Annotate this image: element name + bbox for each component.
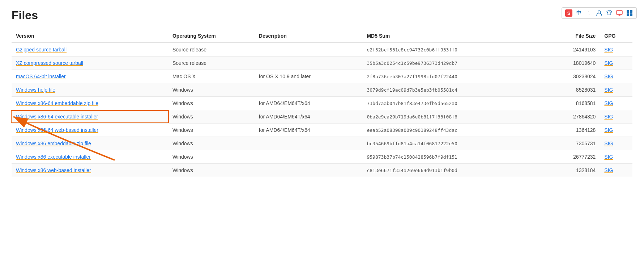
description-cell <box>255 57 363 70</box>
header-gpg: GPG <box>600 29 632 43</box>
md5-cell: 959873b37b74c1508428596b7f9df151 <box>362 150 546 164</box>
files-table: Version Operating System Description MD5… <box>12 29 632 177</box>
file-link[interactable]: Windows x86-64 executable installer <box>16 114 98 120</box>
description-cell <box>255 43 363 57</box>
chinese-icon[interactable]: 中 <box>575 9 583 17</box>
sig-link[interactable]: SIG <box>604 141 613 146</box>
table-row: Windows help fileWindows3079d9cf19ac09d7… <box>12 83 632 97</box>
description-cell <box>255 150 363 164</box>
gpg-cell: SIG <box>600 164 632 177</box>
svg-rect-3 <box>617 11 622 14</box>
table-row: Gzipped source tarballSource releasee2f5… <box>12 43 632 57</box>
file-link[interactable]: Windows help file <box>16 87 55 93</box>
file-link[interactable]: Windows x86 web-based installer <box>16 167 91 173</box>
sig-link[interactable]: SIG <box>604 154 613 160</box>
os-cell: Windows <box>168 164 255 177</box>
md5-cell: 73bd7aab047b81f83e473efb5d5652a0 <box>362 97 546 110</box>
filesize-cell: 26777232 <box>546 150 600 164</box>
description-cell <box>255 164 363 177</box>
header-os: Operating System <box>168 29 255 43</box>
sig-link[interactable]: SIG <box>604 87 613 93</box>
md5-cell: bc354669bffd81a4ca14f06817222e50 <box>362 137 546 150</box>
os-cell: Source release <box>168 43 255 57</box>
os-cell: Mac OS X <box>168 70 255 83</box>
table-row: XZ compressed source tarballSource relea… <box>12 57 632 70</box>
gpg-cell: SIG <box>600 137 632 150</box>
file-link[interactable]: Windows x86 executable installer <box>16 154 91 160</box>
os-cell: Windows <box>168 110 255 124</box>
md5-cell: eeab52a08398a009c90189248ff43dac <box>362 124 546 137</box>
gpg-cell: SIG <box>600 150 632 164</box>
md5-cell: 3079d9cf19ac09d7b3e5eb3fb05581c4 <box>362 83 546 97</box>
sogou-icon[interactable]: S <box>565 9 573 17</box>
page-title: Files <box>12 9 632 22</box>
header-md5: MD5 Sum <box>362 29 546 43</box>
table-row: Windows x86-64 web-based installerWindow… <box>12 124 632 137</box>
table-wrapper: Version Operating System Description MD5… <box>12 29 632 177</box>
filesize-cell: 8528031 <box>546 83 600 97</box>
description-cell <box>255 137 363 150</box>
shirt-icon[interactable] <box>605 9 613 17</box>
description-cell <box>255 83 363 97</box>
gpg-cell: SIG <box>600 70 632 83</box>
table-row: Windows x86 embeddable zip fileWindowsbc… <box>12 137 632 150</box>
description-cell: for OS X 10.9 and later <box>255 70 363 83</box>
os-cell: Windows <box>168 83 255 97</box>
file-link[interactable]: Gzipped source tarball <box>16 47 67 53</box>
os-cell: Windows <box>168 150 255 164</box>
gpg-cell: SIG <box>600 97 632 110</box>
filesize-cell: 27864320 <box>546 110 600 124</box>
table-row: Windows x86-64 embeddable zip fileWindow… <box>12 97 632 110</box>
user-icon[interactable] <box>595 9 603 17</box>
table-row: Windows x86 executable installerWindows9… <box>12 150 632 164</box>
file-link[interactable]: macOS 64-bit installer <box>16 74 66 79</box>
table-row: macOS 64-bit installerMac OS Xfor OS X 1… <box>12 70 632 83</box>
svg-rect-6 <box>627 13 629 16</box>
svg-rect-7 <box>630 13 632 16</box>
sig-link[interactable]: SIG <box>604 60 613 66</box>
gpg-cell: SIG <box>600 124 632 137</box>
filesize-cell: 1364128 <box>546 124 600 137</box>
header-filesize: File Size <box>546 29 600 43</box>
svg-rect-4 <box>627 10 629 13</box>
sig-link[interactable]: SIG <box>604 127 613 133</box>
filesize-cell: 18019640 <box>546 57 600 70</box>
filesize-cell: 7305731 <box>546 137 600 150</box>
md5-cell: 0ba2e9ca29b719da6e0b81f7f33f08f6 <box>362 110 546 124</box>
md5-cell: 2f8a736eeb307a27f1998cfd07f22440 <box>362 70 546 83</box>
apps-icon[interactable] <box>626 9 634 17</box>
os-cell: Windows <box>168 137 255 150</box>
sig-link[interactable]: SIG <box>604 100 613 106</box>
md5-cell: c813e6671f334a269e669d913b1f9b0d <box>362 164 546 177</box>
svg-rect-5 <box>630 10 632 13</box>
filesize-cell: 1328184 <box>546 164 600 177</box>
header-description: Description <box>255 29 363 43</box>
sig-link[interactable]: SIG <box>604 74 613 79</box>
gpg-cell: SIG <box>600 43 632 57</box>
filesize-cell: 30238024 <box>546 70 600 83</box>
description-cell: for AMD64/EM64T/x64 <box>255 110 363 124</box>
md5-cell: e2f52bcf531c8cc94732c0b6ff933ff0 <box>362 43 546 57</box>
header-version: Version <box>12 29 168 43</box>
file-link[interactable]: Windows x86-64 embeddable zip file <box>16 100 98 106</box>
toolbar-icons: S 中 °, <box>562 7 637 19</box>
page-container: S 中 °, <box>0 0 644 259</box>
table-header-row: Version Operating System Description MD5… <box>12 29 632 43</box>
sig-link[interactable]: SIG <box>604 47 613 53</box>
file-link[interactable]: XZ compressed source tarball <box>16 60 83 66</box>
filesize-cell: 8168581 <box>546 97 600 110</box>
os-cell: Source release <box>168 57 255 70</box>
table-row: Windows x86-64 executable installerWindo… <box>12 110 632 124</box>
description-cell: for AMD64/EM64T/x64 <box>255 124 363 137</box>
sig-link[interactable]: SIG <box>604 114 613 120</box>
gpg-cell: SIG <box>600 57 632 70</box>
sig-link[interactable]: SIG <box>604 167 613 173</box>
file-link[interactable]: Windows x86-64 web-based installer <box>16 127 98 133</box>
gpg-cell: SIG <box>600 83 632 97</box>
svg-text:S: S <box>567 11 571 16</box>
md5-cell: 35b5a3d0254c1c59be9736373d429db7 <box>362 57 546 70</box>
os-cell: Windows <box>168 97 255 110</box>
file-link[interactable]: Windows x86 embeddable zip file <box>16 141 91 146</box>
monitor-icon[interactable] <box>615 9 623 17</box>
degree-comma-icon[interactable]: °, <box>585 9 593 17</box>
